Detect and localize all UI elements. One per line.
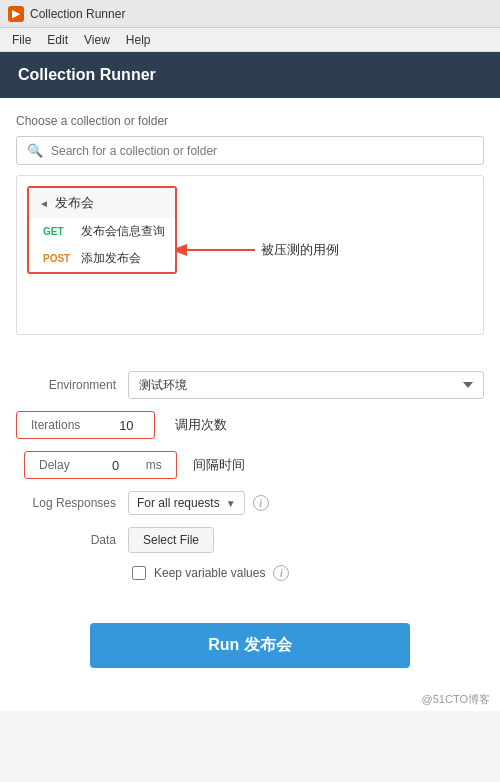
footer: @51CTO博客 [0, 688, 500, 711]
iterations-row: Iterations 调用次数 [16, 411, 484, 439]
keep-variable-info-icon: i [273, 565, 289, 581]
annotation-text: 被压测的用例 [261, 241, 339, 259]
environment-select[interactable]: 测试环境 生产环境 开发环境 [128, 371, 484, 399]
data-label: Data [16, 533, 116, 547]
collection-area: ◄ 发布会 GET 发布会信息查询 POST 添加发布会 [16, 175, 484, 335]
red-arrow-svg [177, 236, 257, 264]
method-get-1: GET [43, 226, 75, 237]
title-bar: ▶ Collection Runner [0, 0, 500, 28]
keep-variable-row: Keep variable values i [16, 565, 484, 581]
delay-annotation: 间隔时间 [193, 456, 245, 474]
run-section: Run 发布会 [0, 613, 500, 688]
delay-box: Delay ms [24, 451, 177, 479]
app-header: Collection Runner [0, 52, 500, 98]
log-select-text: For all requests [137, 496, 220, 510]
app-header-title: Collection Runner [18, 66, 156, 83]
footer-text: @51CTO博客 [422, 693, 490, 705]
search-icon: 🔍 [27, 143, 43, 158]
keep-variable-checkbox[interactable] [132, 566, 146, 580]
run-button[interactable]: Run 发布会 [90, 623, 410, 668]
collection-inner: ◄ 发布会 GET 发布会信息查询 POST 添加发布会 [27, 186, 177, 274]
iterations-label: Iterations [25, 416, 86, 434]
iterations-input[interactable] [106, 418, 146, 433]
environment-label: Environment [16, 378, 116, 392]
method-post-2: POST [43, 253, 75, 264]
collection-dropdown: ◄ 发布会 GET 发布会信息查询 POST 添加发布会 [16, 175, 484, 335]
keep-variable-label: Keep variable values [154, 566, 265, 580]
menu-view[interactable]: View [76, 31, 118, 49]
title-bar-title: Collection Runner [30, 7, 125, 21]
delay-row: Delay ms 间隔时间 [16, 451, 484, 479]
search-box[interactable]: 🔍 [16, 136, 484, 165]
environment-row: Environment 测试环境 生产环境 开发环境 [16, 371, 484, 399]
collection-name: 发布会 [55, 194, 94, 212]
menu-edit[interactable]: Edit [39, 31, 76, 49]
main-content: Choose a collection or folder 🔍 ◄ 发布会 GE… [0, 98, 500, 359]
collection-item-1[interactable]: GET 发布会信息查询 [29, 218, 175, 245]
app-icon: ▶ [8, 6, 24, 22]
item-label-1: 发布会信息查询 [81, 223, 165, 240]
delay-unit: ms [140, 456, 168, 474]
menu-file[interactable]: File [4, 31, 39, 49]
log-label: Log Responses [16, 496, 116, 510]
arrow-annotation: 被压测的用例 [177, 236, 339, 264]
collection-item-2[interactable]: POST 添加发布会 [29, 245, 175, 272]
delay-input[interactable] [96, 458, 136, 473]
iterations-annotation: 调用次数 [175, 416, 227, 434]
triangle-icon: ◄ [39, 198, 49, 209]
choose-label: Choose a collection or folder [16, 114, 484, 128]
item-label-2: 添加发布会 [81, 250, 141, 267]
form-section: Environment 测试环境 生产环境 开发环境 Iterations 调用… [0, 359, 500, 613]
log-info-icon: i [253, 495, 269, 511]
log-dropdown-arrow: ▼ [226, 498, 236, 509]
search-input[interactable] [51, 144, 473, 158]
collection-header[interactable]: ◄ 发布会 [29, 188, 175, 218]
iterations-box: Iterations [16, 411, 155, 439]
log-select[interactable]: For all requests ▼ [128, 491, 245, 515]
select-file-button[interactable]: Select File [128, 527, 214, 553]
menu-help[interactable]: Help [118, 31, 159, 49]
data-row: Data Select File [16, 527, 484, 553]
log-row: Log Responses For all requests ▼ i [16, 491, 484, 515]
delay-label: Delay [33, 456, 76, 474]
menu-bar: File Edit View Help [0, 28, 500, 52]
